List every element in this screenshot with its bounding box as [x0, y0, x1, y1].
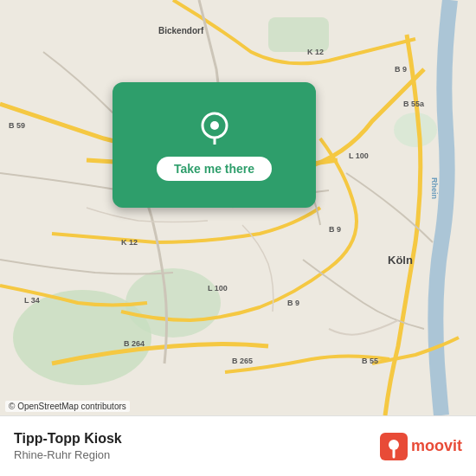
label-b9-mid: B 9 — [329, 225, 341, 234]
location-info: Tipp-Topp Kiosk Rhine-Ruhr Region — [14, 431, 380, 461]
moovit-icon — [380, 433, 408, 460]
svg-point-4 — [394, 113, 437, 147]
label-bickendorf: Bickendorf — [158, 26, 203, 35]
svg-point-6 — [210, 121, 219, 130]
label-b55: B 55 — [362, 357, 378, 365]
label-b9-bot: B 9 — [287, 299, 299, 307]
svg-point-8 — [389, 440, 399, 450]
location-subtitle: Rhine-Ruhr Region — [14, 448, 380, 461]
label-b9-top: B 9 — [395, 65, 407, 74]
map-attribution: © OpenStreetMap contributors — [5, 401, 130, 412]
label-l34: L 34 — [24, 296, 40, 305]
label-b265: B 265 — [232, 357, 253, 365]
label-koln: Köln — [388, 254, 413, 267]
svg-rect-3 — [268, 17, 329, 52]
moovit-logo: moovit — [380, 433, 462, 460]
label-k12-bot: K 12 — [121, 238, 138, 247]
label-b264: B 264 — [124, 339, 145, 348]
label-b55a: B 55a — [403, 100, 424, 108]
location-title: Tipp-Topp Kiosk — [14, 431, 380, 447]
label-b59: B 59 — [9, 121, 25, 130]
location-pin-icon — [196, 110, 234, 148]
popup-card: Take me there — [113, 82, 316, 208]
label-rhein: Rhein — [430, 177, 439, 199]
bottom-bar: Tipp-Topp Kiosk Rhine-Ruhr Region moovit — [0, 415, 476, 476]
take-me-there-button[interactable]: Take me there — [157, 157, 272, 181]
label-l100-bot: L 100 — [208, 284, 228, 293]
label-k12-top: K 12 — [307, 48, 324, 56]
map-container: B 59 B 5 K 12 K 12 B 9 B 9 B 9 B 55a L 1… — [0, 0, 476, 415]
label-l100-top: L 100 — [349, 151, 369, 160]
moovit-label: moovit — [411, 437, 462, 455]
